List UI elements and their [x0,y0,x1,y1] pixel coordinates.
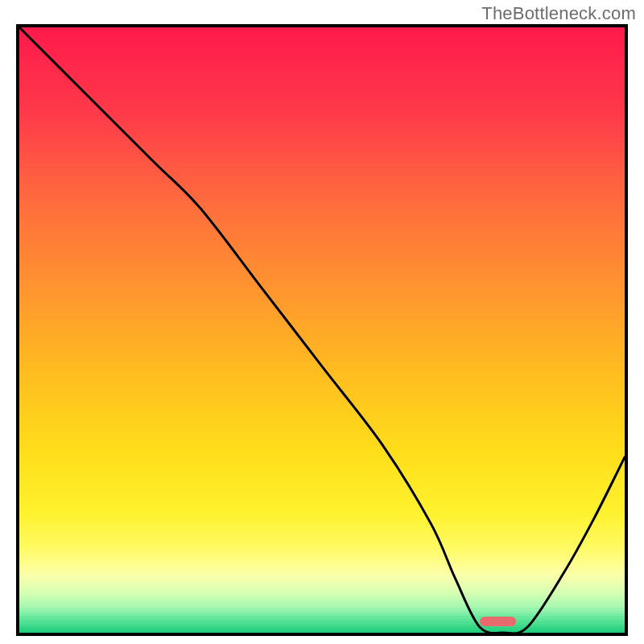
plot-frame [16,24,628,636]
watermark-text: TheBottleneck.com [481,3,636,24]
chart-root: TheBottleneck.com [0,0,644,644]
optimal-marker [480,617,516,626]
curve-line [19,27,625,633]
